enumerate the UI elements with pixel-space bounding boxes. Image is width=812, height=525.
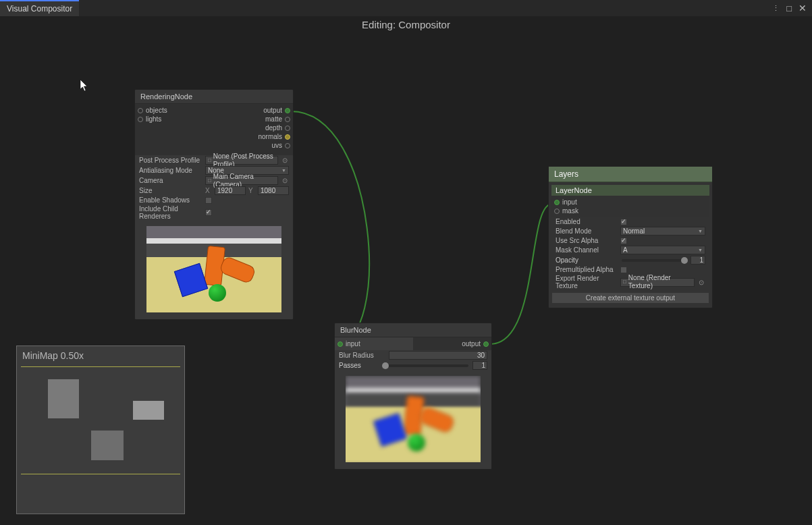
object-picker-icon[interactable]: ⊙	[697, 279, 705, 286]
node-ports: input output	[335, 337, 491, 350]
minimap-title: MiniMap 0.50x	[17, 346, 184, 365]
port-normals[interactable]: normals	[258, 133, 290, 140]
layers-node[interactable]: Layers LayerNode input mask Enabled Blen…	[548, 166, 713, 308]
opacity-value[interactable]: 1	[691, 256, 705, 265]
blur-radius-field[interactable]: 30	[389, 351, 487, 360]
export-rt-field[interactable]: None (Render Texture)	[620, 278, 695, 287]
child-renderers-checkbox[interactable]	[205, 209, 212, 216]
close-icon[interactable]: ✕	[799, 3, 807, 13]
port-input[interactable]: input	[337, 340, 410, 348]
port-input[interactable]: input	[554, 198, 628, 206]
prop-src-alpha: Use Src Alpha	[551, 236, 709, 245]
maximize-icon[interactable]: □	[786, 3, 792, 13]
prop-blur-radius: Blur Radius 30	[335, 350, 491, 360]
minimap[interactable]: MiniMap 0.50x	[16, 346, 185, 514]
menu-icon[interactable]: ⋮	[772, 4, 780, 13]
port-objects[interactable]: objects	[138, 107, 211, 114]
opacity-slider[interactable]	[622, 259, 686, 262]
minimap-node	[133, 401, 164, 420]
node-header[interactable]: BlurNode	[335, 323, 491, 337]
port-uvs[interactable]: uvs	[271, 142, 290, 149]
node-ports: input mask	[551, 196, 709, 217]
graph-canvas[interactable]: RenderingNode objects lights output matt…	[0, 16, 812, 525]
blur-preview	[346, 376, 481, 462]
premult-checkbox[interactable]	[620, 267, 627, 273]
layers-section-header[interactable]: Layers	[549, 167, 712, 182]
object-picker-icon[interactable]: ⊙	[281, 157, 289, 164]
node-ports: objects lights output matte depth normal…	[135, 104, 293, 155]
port-mask[interactable]: mask	[554, 207, 628, 215]
tab-title: Visual Compositor	[7, 4, 72, 13]
create-external-texture-button[interactable]: Create external texture output	[551, 292, 709, 304]
minimap-node	[91, 431, 124, 460]
port-output[interactable]: output	[263, 107, 290, 114]
rendering-preview	[146, 226, 281, 312]
camera-field[interactable]: Main Camera (Camera)	[205, 176, 278, 185]
blend-mode-dropdown[interactable]: Normal	[620, 227, 705, 236]
blur-node[interactable]: BlurNode input output Blur Radius 30 Pas…	[334, 323, 492, 470]
size-x-field[interactable]: 1920	[215, 186, 246, 195]
port-lights[interactable]: lights	[138, 115, 211, 123]
src-alpha-checkbox[interactable]	[620, 238, 627, 244]
node-header[interactable]: RenderingNode	[135, 90, 293, 104]
prop-passes: Passes 1	[335, 360, 491, 370]
window-tab[interactable]: Visual Compositor	[0, 0, 79, 16]
prop-child-renderers: Include Child Renderers	[135, 204, 293, 221]
port-depth[interactable]: depth	[265, 124, 290, 132]
prop-blend-mode: Blend Mode Normal	[551, 226, 709, 236]
prop-post-process: Post Process Profile None (Post Process …	[135, 155, 293, 165]
rendering-node[interactable]: RenderingNode objects lights output matt…	[134, 89, 294, 320]
cursor-icon	[80, 80, 89, 92]
prop-mask-channel: Mask Channel A	[551, 245, 709, 255]
minimap-node	[48, 379, 79, 418]
enabled-checkbox[interactable]	[620, 219, 627, 225]
passes-slider[interactable]	[383, 364, 468, 367]
window-controls: ⋮ □ ✕	[772, 3, 812, 13]
size-y-field[interactable]: 1080	[258, 186, 289, 195]
passes-value[interactable]: 1	[472, 361, 487, 370]
shadows-checkbox[interactable]	[205, 197, 212, 204]
prop-export-rt: Export Render Texture None (Render Textu…	[551, 274, 709, 290]
prop-enabled: Enabled	[551, 217, 709, 226]
prop-opacity: Opacity 1	[551, 255, 709, 265]
minimap-viewport[interactable]	[21, 366, 180, 474]
prop-camera: Camera Main Camera (Camera) ⊙	[135, 175, 293, 186]
object-picker-icon[interactable]: ⊙	[281, 177, 289, 184]
port-matte[interactable]: matte	[265, 115, 290, 123]
layernode-header[interactable]: LayerNode	[551, 185, 709, 196]
prop-premult: Premultiplied Alpha	[551, 265, 709, 274]
mask-channel-dropdown[interactable]: A	[620, 246, 705, 254]
prop-shadows: Enable Shadows	[135, 196, 293, 204]
port-output[interactable]: output	[462, 340, 489, 348]
titlebar: Visual Compositor ⋮ □ ✕	[0, 0, 812, 16]
post-process-field[interactable]: None (Post Process Profile)	[205, 156, 278, 165]
